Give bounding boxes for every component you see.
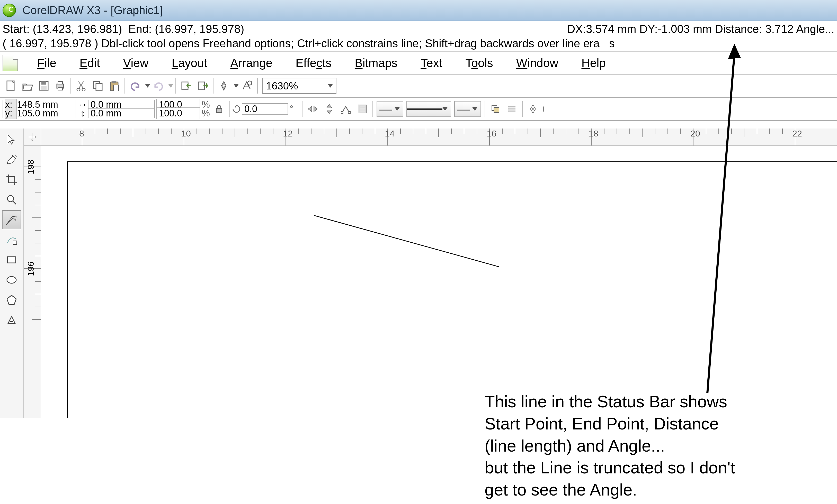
vertical-ruler[interactable]: 198196: [24, 146, 41, 418]
undo-icon[interactable]: [128, 78, 143, 93]
status-line-1: Start: (13.423, 196.981) End: (16.997, 1…: [0, 21, 837, 36]
page-edge-left: [67, 162, 68, 418]
ruler-origin-icon[interactable]: [24, 129, 41, 146]
menu-edit[interactable]: Edit: [68, 54, 111, 73]
size-wh: ↔0.0 mm ↕0.0 mm: [78, 100, 155, 118]
to-back-icon[interactable]: [504, 101, 519, 116]
outline-width-combo[interactable]: [406, 101, 451, 117]
svg-rect-2: [41, 81, 46, 85]
annotation-line-4: but the Line is truncated so I don't: [485, 457, 834, 479]
redo-icon[interactable]: [151, 78, 166, 93]
menu-layout[interactable]: Layout: [160, 54, 219, 73]
cut-icon[interactable]: [74, 78, 89, 93]
mirror-v-icon[interactable]: [322, 101, 337, 116]
status-line-2: ( 16.997, 195.978 ) Dbl-click tool opens…: [0, 36, 837, 52]
position-xy: x:148.5 mm y:105.0 mm: [3, 100, 76, 118]
height-icon: ↕: [78, 108, 88, 119]
svg-rect-6: [58, 88, 63, 90]
menu-arrange[interactable]: Arrange: [219, 54, 284, 73]
new-icon[interactable]: [3, 78, 18, 93]
open-icon[interactable]: [20, 78, 35, 93]
horizontal-ruler[interactable]: 810121416182022: [24, 129, 837, 146]
rectangle-tool[interactable]: [2, 250, 21, 269]
copy-icon[interactable]: [90, 78, 105, 93]
hruler-label: 16: [487, 129, 496, 138]
hruler-label: 22: [792, 129, 802, 138]
crop-tool[interactable]: [2, 170, 21, 189]
status-hint: ( 16.997, 195.978 ) Dbl-click tool opens…: [3, 37, 615, 50]
toolbox: [0, 129, 24, 418]
svg-rect-10: [96, 83, 102, 91]
menu-file[interactable]: File: [26, 54, 68, 73]
lock-ratio-icon[interactable]: [212, 101, 227, 116]
freehand-tool[interactable]: [2, 210, 21, 229]
rotate-icon: [232, 105, 241, 113]
annotation-line-2: Start Point, End Point, Distance: [485, 413, 834, 435]
svg-rect-23: [494, 108, 499, 113]
svg-rect-18: [217, 109, 222, 113]
print-icon[interactable]: [53, 78, 68, 93]
save-icon[interactable]: [36, 78, 51, 93]
menu-bitmaps[interactable]: Bitmaps: [343, 54, 409, 73]
app-launcher-icon[interactable]: [216, 78, 231, 93]
basic-shapes-tool[interactable]: [2, 311, 21, 330]
menu-help[interactable]: Help: [570, 54, 617, 73]
ellipse-tool[interactable]: [2, 270, 21, 290]
menu-view[interactable]: View: [111, 54, 160, 73]
redo-dropdown[interactable]: [168, 84, 173, 88]
svg-rect-26: [13, 241, 17, 244]
shape-tool[interactable]: [2, 150, 21, 169]
workspace: 810121416182022 198196: [0, 129, 837, 418]
to-front-icon[interactable]: [488, 101, 503, 116]
zoom-tool[interactable]: [2, 190, 21, 209]
convert-curve-icon[interactable]: [526, 101, 540, 116]
standard-toolbar: 1630%: [0, 75, 837, 98]
svg-rect-3: [41, 86, 47, 90]
wrap-paragraph-icon[interactable]: [355, 101, 370, 116]
polygon-tool[interactable]: [2, 291, 21, 310]
start-arrowhead-combo[interactable]: —: [377, 101, 403, 117]
menu-effects[interactable]: Effects: [284, 54, 343, 73]
menu-window[interactable]: Window: [505, 54, 570, 73]
drawing-canvas[interactable]: [41, 146, 837, 418]
truncated-toolbar-indicator: ⊦: [543, 105, 547, 113]
document-icon[interactable]: [3, 55, 18, 71]
import-icon[interactable]: [179, 78, 194, 93]
hruler-label: 8: [79, 129, 84, 138]
menu-text[interactable]: Text: [409, 54, 454, 73]
svg-rect-13: [113, 85, 119, 91]
svg-rect-5: [58, 81, 63, 84]
scale-y[interactable]: 100.0: [156, 108, 200, 119]
vruler-label: 198: [26, 160, 36, 174]
pos-y[interactable]: 105.0 mm: [17, 108, 74, 119]
rotation: 0.0 °: [232, 103, 297, 115]
zoom-value: 1630%: [266, 80, 298, 92]
paste-icon[interactable]: [107, 78, 122, 93]
svg-point-25: [7, 195, 14, 202]
svg-point-24: [532, 108, 534, 110]
menu-tools[interactable]: Tools: [454, 54, 504, 73]
hruler-label: 14: [385, 129, 395, 138]
corel-online-icon[interactable]: [239, 78, 254, 93]
drawn-line-segment: [314, 216, 499, 267]
mirror-h-icon[interactable]: [305, 101, 320, 116]
vruler-label: 196: [26, 261, 36, 276]
status-dx-dy-dist: DX:3.574 mm DY:-1.003 mm Distance: 3.712…: [567, 23, 834, 36]
snap-node-icon[interactable]: [338, 101, 353, 116]
svg-rect-20: [348, 112, 350, 114]
svg-rect-19: [341, 112, 343, 114]
pick-tool[interactable]: [2, 130, 21, 149]
page-edge-top: [67, 162, 837, 162]
app-launcher-dropdown[interactable]: [234, 84, 239, 88]
zoom-combo[interactable]: 1630%: [262, 78, 336, 94]
hruler-label: 18: [589, 129, 598, 138]
status-start-end: Start: (13.423, 196.981) End: (16.997, 1…: [3, 23, 244, 36]
svg-line-29: [314, 216, 499, 267]
size-h[interactable]: 0.0 mm: [88, 109, 155, 118]
smart-drawing-tool[interactable]: [2, 230, 21, 249]
export-icon[interactable]: [195, 78, 210, 93]
svg-rect-27: [7, 257, 16, 263]
undo-dropdown[interactable]: [145, 84, 150, 88]
rotation-value[interactable]: 0.0: [242, 103, 288, 115]
end-arrowhead-combo[interactable]: —: [454, 101, 481, 117]
